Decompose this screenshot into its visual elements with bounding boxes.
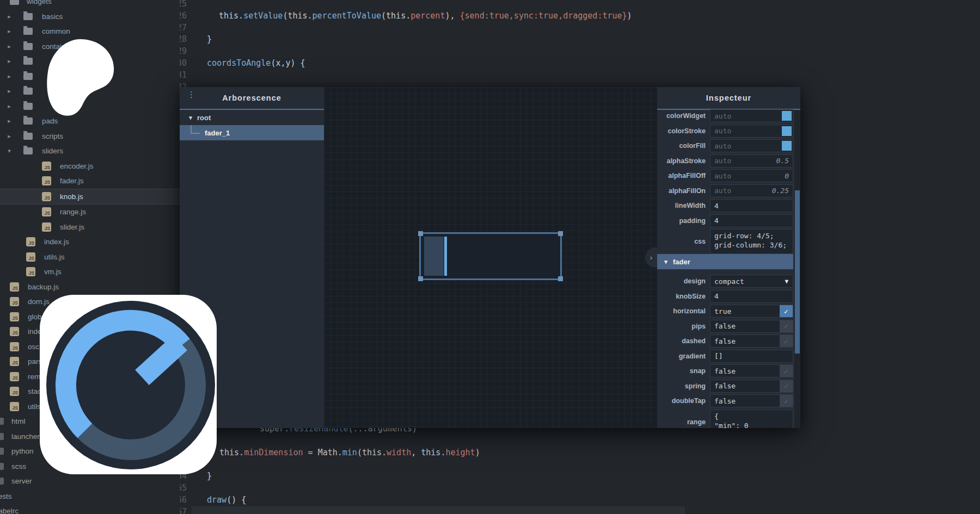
property-label: snap <box>657 367 710 375</box>
inspector-row-colorFill: colorFillauto <box>657 139 793 152</box>
colorWidget-field[interactable]: auto <box>710 109 793 122</box>
doubleTap-field[interactable]: false✓ <box>710 394 793 407</box>
inspector-row-snap: snapfalse✓ <box>657 364 793 377</box>
horizontal-field[interactable]: true✓ <box>710 305 793 318</box>
lineWidth-field[interactable]: 4 <box>710 199 793 212</box>
snap-field[interactable]: false✓ <box>710 364 793 377</box>
css-field[interactable]: grid-row: 4/5;grid-column: 3/6; <box>710 229 793 254</box>
file-tree-row[interactable]: JS vm.js <box>0 264 180 280</box>
fader-fill <box>424 237 444 276</box>
property-label: colorWidget <box>657 112 710 120</box>
file-tree-row[interactable]: JS knob.js <box>0 189 180 205</box>
chevron-right-icon[interactable]: ▸ <box>6 43 13 50</box>
fader-widget-selected[interactable] <box>419 232 562 280</box>
gradient-field[interactable]: [] <box>710 350 793 363</box>
file-tree-row[interactable]: JS encoder.js <box>0 159 180 174</box>
chevron-right-icon[interactable]: ▸ <box>6 58 13 65</box>
session-canvas[interactable] <box>324 87 657 428</box>
file-tree-row[interactable]: ▸ basics <box>0 9 180 24</box>
file-tree-row[interactable]: widgets <box>0 0 180 9</box>
resize-handle-topleft[interactable] <box>418 231 423 236</box>
file-tree-row[interactable]: ▸ common <box>0 24 180 39</box>
padding-field[interactable]: 4 <box>710 214 793 227</box>
checkbox-off[interactable]: ✓ <box>780 380 793 392</box>
chevron-right-icon[interactable]: ▸ <box>6 117 13 125</box>
checkbox-off[interactable]: ✓ <box>780 335 793 347</box>
property-label: pips <box>657 323 710 330</box>
inspector-scrollbar-thumb[interactable] <box>795 190 800 354</box>
property-label: lineWidth <box>657 202 710 209</box>
colorFill-field[interactable]: auto <box>710 139 793 152</box>
resize-handle-topright[interactable] <box>558 231 563 236</box>
js-file-icon: JS <box>10 372 19 381</box>
chevron-right-icon[interactable]: ▸ <box>6 103 13 110</box>
file-tree-row[interactable]: JS backup.js <box>0 280 180 295</box>
file-tree-row[interactable]: JS index.js <box>0 234 180 250</box>
chevron-right-icon[interactable]: ▸ <box>6 88 13 95</box>
chevron-right-icon[interactable]: ▸ <box>6 28 13 35</box>
inspector-fader-rows: designcompact▼knobSize4horizontaltrue✓pi… <box>657 275 793 428</box>
js-file-icon: JS <box>42 192 51 201</box>
checkbox-on[interactable]: ✓ <box>780 305 793 317</box>
alphaFillOn-field[interactable]: auto0.25 <box>710 184 793 197</box>
file-tree-row[interactable]: ▸ pads <box>0 114 180 129</box>
alphaStroke-field[interactable]: auto0.5 <box>710 154 793 168</box>
folder-icon <box>23 43 33 50</box>
file-tree-row[interactable]: tests <box>0 489 180 504</box>
inspector-row-knobSize: knobSize4 <box>657 290 793 303</box>
alphaFillOff-field[interactable]: auto0 <box>710 169 793 182</box>
js-file-icon: JS <box>10 282 19 292</box>
inspector-row-colorStroke: colorStrokeauto <box>657 125 793 138</box>
chevron-down-icon[interactable]: ▼ <box>785 278 788 285</box>
pips-field[interactable]: false✓ <box>710 320 793 333</box>
js-file-icon: JS <box>10 342 19 351</box>
kebab-menu-icon[interactable]: ⋮ <box>187 92 195 96</box>
js-file-icon: JS <box>26 252 35 262</box>
colorStroke-field[interactable]: auto <box>710 125 793 138</box>
inspector-row-padding: padding4 <box>657 214 793 227</box>
checkbox-off[interactable]: ✓ <box>780 320 793 332</box>
chevron-down-icon[interactable]: ▾ <box>6 147 13 154</box>
fader-knob[interactable] <box>444 237 447 276</box>
design-field[interactable]: compact▼ <box>710 275 793 288</box>
inspector-common-rows: colorWidgetautocolorStrokeautocolorFilla… <box>657 109 793 256</box>
inspector-section-fader[interactable]: ▾ fader <box>657 254 793 269</box>
color-swatch[interactable] <box>782 126 792 136</box>
js-file-icon: JS <box>10 312 19 321</box>
folder-icon <box>23 88 33 95</box>
color-swatch[interactable] <box>782 111 792 121</box>
file-tree-row[interactable]: ▸ scripts <box>0 129 180 144</box>
spring-field[interactable]: false✓ <box>710 380 793 393</box>
chevron-down-icon: ▾ <box>187 114 194 121</box>
file-tree-row[interactable]: JS range.js <box>0 205 180 220</box>
folder-icon <box>23 73 33 80</box>
property-label: alphaStroke <box>657 157 710 165</box>
file-tree-row[interactable]: ▾ sliders <box>0 144 180 159</box>
range-field[interactable]: { "min": 0 <box>710 410 793 429</box>
js-file-icon: JS <box>42 162 51 171</box>
chevron-right-icon[interactable]: ▸ <box>6 73 13 80</box>
chevron-right-icon[interactable]: ▸ <box>6 13 13 20</box>
file-tree-row[interactable]: server <box>0 474 180 489</box>
resize-handle-bottomleft[interactable] <box>418 276 423 281</box>
folder-icon <box>23 117 33 125</box>
file-tree-row[interactable]: JS slider.js <box>0 220 180 235</box>
tree-item-root[interactable]: ▾ root <box>180 110 324 125</box>
file-tree-row[interactable]: JS utils.js <box>0 250 180 265</box>
inspector-row-dashed: dashedfalse✓ <box>657 335 793 348</box>
knobSize-field[interactable]: 4 <box>710 290 793 303</box>
property-label: knobSize <box>657 293 710 300</box>
dashed-field[interactable]: false✓ <box>710 335 793 348</box>
checkbox-off[interactable]: ✓ <box>780 395 793 407</box>
color-swatch[interactable] <box>782 141 792 151</box>
file-tree-row[interactable]: .babelrc <box>0 504 180 514</box>
file-tree-row[interactable]: JS fader.js <box>0 174 180 189</box>
patreon-logo <box>42 39 114 116</box>
property-label: colorFill <box>657 142 710 150</box>
checkbox-off[interactable]: ✓ <box>780 365 793 377</box>
chevron-right-icon[interactable]: ▸ <box>6 133 13 140</box>
inspector-scrollbar[interactable] <box>794 110 800 428</box>
property-label: dashed <box>657 337 710 345</box>
resize-handle-bottomright[interactable] <box>558 276 563 281</box>
tree-item-fader-selected[interactable]: fader_1 <box>180 125 324 140</box>
